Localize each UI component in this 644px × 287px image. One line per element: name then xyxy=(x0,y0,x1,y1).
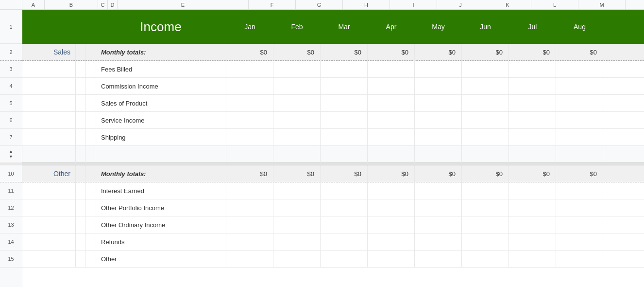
other-total-jun[interactable]: $0 xyxy=(462,165,509,182)
refunds-jan[interactable] xyxy=(226,233,273,251)
shipping-jan[interactable] xyxy=(226,129,273,146)
commission-aug[interactable] xyxy=(556,78,603,95)
interest-aug[interactable] xyxy=(556,182,603,199)
other-total-mar[interactable]: $0 xyxy=(321,165,368,182)
interest-feb[interactable] xyxy=(273,182,321,199)
ordinary-may[interactable] xyxy=(415,216,462,233)
portfolio-jun[interactable] xyxy=(462,199,509,216)
col-header-b[interactable]: B xyxy=(45,0,98,9)
portfolio-feb[interactable] xyxy=(273,199,321,216)
fees-billed-feb[interactable] xyxy=(273,61,321,78)
fees-billed-jan[interactable] xyxy=(226,61,273,78)
sales-total-jan[interactable]: $0 xyxy=(226,44,273,61)
fees-billed-may[interactable] xyxy=(415,61,462,78)
shipping-mar[interactable] xyxy=(321,129,368,146)
other-item-mar[interactable] xyxy=(321,251,368,268)
refunds-label[interactable]: Refunds xyxy=(95,233,226,251)
sales-total-jun[interactable]: $0 xyxy=(462,44,509,61)
col-header-i[interactable]: I xyxy=(390,0,437,9)
row-num-10[interactable]: 10 xyxy=(0,165,22,182)
service-jul[interactable] xyxy=(509,112,556,129)
refunds-apr[interactable] xyxy=(368,233,415,251)
other-total-jan[interactable]: $0 xyxy=(226,165,273,182)
row-num-3[interactable]: 3 xyxy=(0,61,22,78)
commission-feb[interactable] xyxy=(273,78,321,95)
commission-jun[interactable] xyxy=(462,78,509,95)
portfolio-jul[interactable] xyxy=(509,199,556,216)
sales-total-mar[interactable]: $0 xyxy=(321,44,368,61)
other-item-jan[interactable] xyxy=(226,251,273,268)
ordinary-feb[interactable] xyxy=(273,216,321,233)
interest-jul[interactable] xyxy=(509,182,556,199)
ordinary-apr[interactable] xyxy=(368,216,415,233)
portfolio-apr[interactable] xyxy=(368,199,415,216)
row-num-14[interactable]: 14 xyxy=(0,233,22,251)
sales-product-aug[interactable] xyxy=(556,95,603,112)
other-ordinary-income-label[interactable]: Other Ordinary Income xyxy=(95,216,226,233)
row-num-4[interactable]: 4 xyxy=(0,78,22,95)
sales-total-aug[interactable]: $0 xyxy=(556,44,603,61)
interest-apr[interactable] xyxy=(368,182,415,199)
row-num-13[interactable]: 13 xyxy=(0,216,22,233)
other-item-apr[interactable] xyxy=(368,251,415,268)
commission-mar[interactable] xyxy=(321,78,368,95)
fees-billed-apr[interactable] xyxy=(368,61,415,78)
shipping-aug[interactable] xyxy=(556,129,603,146)
row-num-7[interactable]: 7 xyxy=(0,129,22,146)
interest-jan[interactable] xyxy=(226,182,273,199)
other-item-feb[interactable] xyxy=(273,251,321,268)
commission-income-label[interactable]: Commission Income xyxy=(95,78,226,95)
commission-apr[interactable] xyxy=(368,78,415,95)
col-header-j[interactable]: J xyxy=(437,0,484,9)
col-header-a[interactable]: A xyxy=(22,0,45,9)
interest-jun[interactable] xyxy=(462,182,509,199)
ordinary-jul[interactable] xyxy=(509,216,556,233)
refunds-mar[interactable] xyxy=(321,233,368,251)
service-apr[interactable] xyxy=(368,112,415,129)
ordinary-jan[interactable] xyxy=(226,216,273,233)
portfolio-jan[interactable] xyxy=(226,199,273,216)
other-item-jun[interactable] xyxy=(462,251,509,268)
row-num-2[interactable]: 2 xyxy=(0,44,22,61)
shipping-may[interactable] xyxy=(415,129,462,146)
refunds-may[interactable] xyxy=(415,233,462,251)
service-feb[interactable] xyxy=(273,112,321,129)
other-total-feb[interactable]: $0 xyxy=(273,165,321,182)
col-header-k[interactable]: K xyxy=(484,0,531,9)
service-jan[interactable] xyxy=(226,112,273,129)
sales-product-jul[interactable] xyxy=(509,95,556,112)
row-num-5[interactable]: 5 xyxy=(0,95,22,112)
refunds-feb[interactable] xyxy=(273,233,321,251)
portfolio-mar[interactable] xyxy=(321,199,368,216)
other-total-may[interactable]: $0 xyxy=(415,165,462,182)
other-total-apr[interactable]: $0 xyxy=(368,165,415,182)
col-header-c[interactable]: C xyxy=(98,0,108,9)
fees-billed-label[interactable]: Fees Billed xyxy=(95,61,226,78)
commission-may[interactable] xyxy=(415,78,462,95)
sales-product-feb[interactable] xyxy=(273,95,321,112)
sales-product-mar[interactable] xyxy=(321,95,368,112)
shipping-apr[interactable] xyxy=(368,129,415,146)
service-income-label[interactable]: Service Income xyxy=(95,112,226,129)
service-may[interactable] xyxy=(415,112,462,129)
sales-product-jan[interactable] xyxy=(226,95,273,112)
fees-billed-aug[interactable] xyxy=(556,61,603,78)
row-collapse-up-icon[interactable]: ▲ xyxy=(9,149,13,154)
interest-may[interactable] xyxy=(415,182,462,199)
ordinary-aug[interactable] xyxy=(556,216,603,233)
fees-billed-jul[interactable] xyxy=(509,61,556,78)
sales-product-apr[interactable] xyxy=(368,95,415,112)
sales-product-jun[interactable] xyxy=(462,95,509,112)
commission-jul[interactable] xyxy=(509,78,556,95)
row-num-1[interactable]: 1 xyxy=(0,10,22,44)
interest-mar[interactable] xyxy=(321,182,368,199)
sales-total-may[interactable]: $0 xyxy=(415,44,462,61)
other-item-jul[interactable] xyxy=(509,251,556,268)
row-collapse-down-icon[interactable]: ▼ xyxy=(9,155,13,159)
sales-total-feb[interactable]: $0 xyxy=(273,44,321,61)
refunds-jun[interactable] xyxy=(462,233,509,251)
row-num-12[interactable]: 12 xyxy=(0,199,22,216)
col-header-d[interactable]: D xyxy=(108,0,118,9)
col-header-l[interactable]: L xyxy=(531,0,578,9)
sales-product-may[interactable] xyxy=(415,95,462,112)
